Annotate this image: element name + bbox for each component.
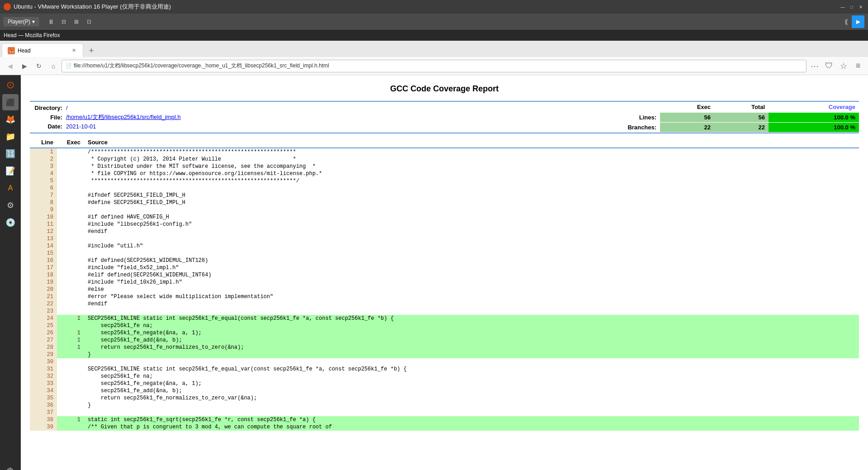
- source-line: return secp256k1_fe_normalizes_to_zero_v…: [84, 394, 859, 402]
- line-number: 12: [30, 228, 57, 235]
- dock-terminal[interactable]: ⬛: [2, 94, 19, 110]
- line-number: 9: [30, 206, 57, 214]
- line-number: 14: [30, 242, 57, 250]
- source-line: #include "field_5x52_impl.h": [84, 264, 859, 271]
- line-number: 15: [30, 250, 57, 257]
- exec-count: 1: [57, 416, 84, 423]
- os-title: Ubuntu - VMware Workstation 16 Player (仅…: [14, 3, 171, 11]
- dock-settings[interactable]: ⚙: [2, 197, 19, 214]
- line-number: 2: [30, 156, 57, 163]
- vmware-icon-4[interactable]: ⊡: [84, 17, 94, 27]
- dock-files[interactable]: 📁: [2, 128, 19, 145]
- report-container: GCC Code Coverage Report Directory: / Fi…: [21, 75, 868, 440]
- player-dropdown-icon: ▾: [32, 19, 35, 25]
- browser-tab-head[interactable]: 🦊 Head ✕: [2, 43, 83, 57]
- source-line: #endif: [84, 300, 859, 308]
- exec-count: [57, 358, 84, 366]
- firefox-window-title-bar: Head — Mozilla Firefox: [0, 30, 868, 41]
- source-line: * Copyright (c) 2013, 2014 Pieter Wuille…: [84, 156, 859, 163]
- source-line: static int secp256k1_fe_sqrt(secp256k1_f…: [84, 416, 859, 423]
- address-text: file:///home/u1/文档/libsecp256k1/coverage…: [74, 62, 802, 70]
- bookmarks-button[interactable]: ⋯: [808, 60, 821, 72]
- line-number: 36: [30, 402, 57, 409]
- source-line: #ifndef SECP256K1_FIELD_IMPL_H: [84, 192, 859, 199]
- maximize-button[interactable]: □: [848, 3, 855, 10]
- vmware-side-icon[interactable]: ▶: [852, 15, 864, 28]
- exec-count: [57, 148, 84, 156]
- player-button[interactable]: Player(P) ▾: [4, 17, 39, 26]
- forward-button[interactable]: ▶: [18, 60, 31, 72]
- dock-trash[interactable]: 🗑: [2, 463, 19, 470]
- reload-button[interactable]: ↻: [33, 60, 45, 72]
- exec-count: [57, 250, 84, 257]
- date-value: 2021-10-01: [66, 123, 96, 130]
- file-link[interactable]: /home/u1/文档/libsecp256k1/src/field_impl.…: [66, 113, 181, 121]
- dock-media[interactable]: 💿: [2, 214, 19, 231]
- vmware-icon-3[interactable]: ⊠: [71, 17, 81, 27]
- exec-count: 1: [57, 315, 84, 322]
- open-menu-button[interactable]: ≡: [852, 60, 864, 72]
- line-number: 39: [30, 423, 57, 431]
- exec-count: [57, 235, 84, 242]
- source-line: secp256k1_fe_add(&na, b);: [84, 337, 859, 344]
- source-line: return secp256k1_fe_normalizes_to_zero(&…: [84, 344, 859, 351]
- line-number: 33: [30, 380, 57, 387]
- exec-count: 1: [57, 337, 84, 344]
- minimize-button[interactable]: —: [839, 3, 846, 10]
- line-number: 22: [30, 300, 57, 308]
- exec-count: [57, 214, 84, 221]
- vmware-toolbar: Player(P) ▾ ⏸ ⊟ ⊠ ⊡ ⟪ ▶: [0, 14, 868, 30]
- tab-close-button[interactable]: ✕: [70, 47, 77, 54]
- dock-firefox[interactable]: 🦊: [2, 111, 19, 128]
- date-label: Date:: [30, 123, 66, 130]
- source-line: /***************************************…: [84, 148, 859, 156]
- tab-favicon: 🦊: [8, 47, 15, 54]
- line-number: 18: [30, 271, 57, 279]
- shield-icon[interactable]: 🛡: [823, 60, 835, 72]
- source-line: #include "field_10x26_impl.h": [84, 279, 859, 286]
- address-bar[interactable]: 📄 file:///home/u1/文档/libsecp256k1/covera…: [61, 60, 807, 72]
- dock-text-editor[interactable]: 📝: [2, 163, 19, 179]
- exec-count: [57, 402, 84, 409]
- os-titlebar: Ubuntu - VMware Workstation 16 Player (仅…: [0, 0, 868, 14]
- directory-value: /: [66, 104, 68, 111]
- exec-count: [57, 199, 84, 206]
- line-number: 27: [30, 337, 57, 344]
- exec-count: [57, 286, 84, 293]
- source-line: #if defined HAVE_CONFIG_H: [84, 214, 859, 221]
- home-button[interactable]: ⌂: [47, 60, 60, 72]
- firefox-tabs-bar: 🦊 Head ✕ +: [0, 41, 868, 57]
- close-button[interactable]: ✕: [857, 3, 864, 10]
- line-number: 26: [30, 329, 57, 337]
- source-line: secp256k1_fe na;: [84, 322, 859, 329]
- pause-icon[interactable]: ⏸: [46, 17, 56, 27]
- new-tab-button[interactable]: +: [85, 44, 98, 57]
- source-line: #include "libsecp256k1-config.h": [84, 221, 859, 228]
- dock-amazon[interactable]: A: [2, 180, 19, 196]
- source-line: }: [84, 402, 859, 409]
- source-line: /** Given that p is congruent to 3 mod 4…: [84, 423, 859, 431]
- dock-ubuntu[interactable]: ⊙: [2, 77, 19, 93]
- star-icon[interactable]: ☆: [837, 60, 850, 72]
- line-number: 21: [30, 293, 57, 300]
- vmware-toolbar-right: ⟪ ▶: [844, 15, 864, 28]
- line-number: 4: [30, 170, 57, 177]
- line-number: 16: [30, 257, 57, 264]
- vmware-icon-2[interactable]: ⊟: [59, 17, 69, 27]
- line-number: 10: [30, 214, 57, 221]
- back-button[interactable]: ◀: [4, 60, 16, 72]
- source-table-head: Line Exec Source: [30, 137, 859, 148]
- directory-row: Directory: /: [30, 104, 624, 112]
- dock-calc[interactable]: 🔢: [2, 146, 19, 162]
- exec-count: [57, 423, 84, 431]
- exec-count: [57, 387, 84, 394]
- exec-count: [57, 206, 84, 214]
- source-line: secp256k1_fe_negate(&na, a, 1);: [84, 380, 859, 387]
- line-number: 19: [30, 279, 57, 286]
- window-controls[interactable]: — □ ✕: [839, 3, 864, 10]
- line-number: 1: [30, 148, 57, 156]
- source-line: [84, 185, 859, 192]
- line-number: 35: [30, 394, 57, 402]
- vmware-icons: ⏸ ⊟ ⊠ ⊡: [46, 17, 94, 27]
- browser-content: ⊙ ⬛ 🦊 📁 🔢 📝 A ⚙ 💿 🗑 GCC Code Coverage Re…: [0, 75, 868, 470]
